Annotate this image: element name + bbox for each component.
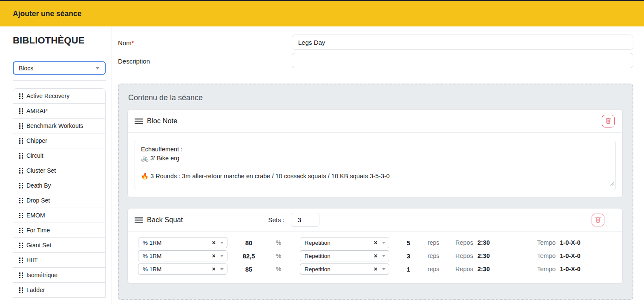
- grip-vertical-icon: [19, 228, 23, 233]
- delete-block-button[interactable]: [592, 214, 604, 226]
- chevron-down-icon: [220, 268, 224, 270]
- reps-value: 5: [389, 239, 428, 246]
- tempo-value: 1-0-X-0: [560, 239, 581, 246]
- list-item-emom[interactable]: EMOM: [13, 208, 106, 223]
- list-item-chipper[interactable]: Chipper: [13, 133, 106, 148]
- session-form: Nom* Description Contenu de la séance Bl…: [112, 26, 644, 304]
- trash-icon: [595, 217, 601, 223]
- list-item-label: Giant Set: [26, 242, 51, 249]
- drag-handle-icon[interactable]: [135, 217, 143, 223]
- list-item-label: Active Recovery: [26, 93, 69, 99]
- sidebar-divider: [13, 80, 106, 81]
- list-item-hiit[interactable]: HIIT: [13, 252, 106, 268]
- load-unit: %: [270, 252, 287, 259]
- sidebar-title: BIBLIOTHÈQUE: [13, 35, 106, 46]
- rep-type-select[interactable]: Repetition ×: [300, 250, 389, 261]
- blocs-select[interactable]: Blocs: [13, 61, 106, 75]
- list-item-ladder[interactable]: Ladder: [13, 282, 106, 298]
- list-item-label: Circuit: [26, 152, 43, 159]
- list-item-amrap[interactable]: AMRAP: [13, 103, 106, 119]
- grip-vertical-icon: [19, 272, 23, 278]
- chevron-down-icon: [382, 268, 385, 270]
- set-row: % 1RM × 85 % Repetition × 1: [138, 263, 612, 275]
- set-row: % 1RM × 82,5 % Repetition × 3: [138, 250, 612, 261]
- load-type-select[interactable]: % 1RM ×: [138, 250, 227, 261]
- rep-type-select[interactable]: Repetition ×: [300, 237, 389, 248]
- block-title: Bloc Note: [147, 117, 178, 125]
- description-label: Description: [118, 57, 292, 65]
- form-divider: [118, 76, 633, 76]
- reps-label: reps: [428, 252, 451, 259]
- rep-type-value: Repetition: [305, 266, 331, 272]
- description-input[interactable]: [292, 53, 633, 68]
- clear-icon[interactable]: ×: [374, 253, 377, 259]
- content-title: Contenu de la séance: [128, 93, 623, 102]
- reps-label: reps: [428, 266, 451, 272]
- list-item-label: Drop Set: [26, 197, 50, 204]
- list-item-cluster-set[interactable]: Cluster Set: [13, 163, 106, 178]
- sets-input[interactable]: [291, 213, 319, 227]
- grip-vertical-icon: [19, 243, 23, 248]
- tempo-cell: Tempo1-0-X-0: [513, 239, 612, 246]
- list-item-for-time[interactable]: For Time: [13, 223, 106, 238]
- grip-vertical-icon: [19, 93, 23, 99]
- load-unit: %: [270, 266, 287, 272]
- session-content-dropzone[interactable]: Contenu de la séance Bloc Note Echauffem…: [118, 84, 633, 300]
- list-item-circuit[interactable]: Circuit: [13, 148, 106, 163]
- list-item-giant-set[interactable]: Giant Set: [13, 237, 106, 253]
- load-unit: %: [270, 239, 287, 246]
- list-item-active-recovery[interactable]: Active Recovery: [13, 88, 106, 104]
- rest-cell: Repos2:30: [451, 252, 513, 259]
- list-item-label: HIIT: [26, 257, 37, 263]
- name-label: Nom*: [118, 38, 292, 46]
- clear-icon[interactable]: ×: [374, 266, 377, 272]
- note-textarea[interactable]: Echauffement : 🚲 3' Bike erg 🔥 3 Rounds …: [135, 141, 616, 190]
- tempo-cell: Tempo1-0-X-0: [513, 266, 612, 272]
- exercise-title: Back Squat: [147, 216, 183, 224]
- list-item-benchmark-workouts[interactable]: Benchmark Workouts: [13, 118, 106, 133]
- name-input[interactable]: [292, 35, 633, 50]
- rest-value: 2:30: [477, 252, 490, 259]
- list-item-label: Cluster Set: [26, 167, 56, 174]
- load-type-select[interactable]: % 1RM ×: [138, 263, 227, 275]
- resize-handle-icon[interactable]: [610, 180, 614, 188]
- delete-block-button[interactable]: [602, 115, 615, 127]
- grip-vertical-icon: [19, 183, 23, 188]
- grip-vertical-icon: [19, 258, 23, 263]
- clear-icon[interactable]: ×: [212, 253, 216, 259]
- list-item-label: EMOM: [26, 212, 45, 219]
- list-item-drop-set[interactable]: Drop Set: [13, 193, 106, 208]
- trash-icon: [605, 118, 611, 124]
- list-item-label: For Time: [26, 227, 50, 234]
- tempo-cell: Tempo1-0-X-0: [513, 252, 612, 259]
- block-note-card: Bloc Note Echauffement : 🚲 3' Bike erg 🔥…: [127, 109, 623, 197]
- reps-value: 3: [389, 252, 428, 260]
- grip-vertical-icon: [19, 123, 23, 129]
- clear-icon[interactable]: ×: [212, 266, 216, 272]
- clear-icon[interactable]: ×: [212, 240, 216, 246]
- load-type-select[interactable]: % 1RM ×: [138, 237, 227, 248]
- sets-label: Sets :: [268, 216, 284, 223]
- modal-header: Ajouter une séance: [0, 0, 644, 26]
- list-item-death-by[interactable]: Death By: [13, 178, 106, 193]
- rep-type-select[interactable]: Repetition ×: [300, 263, 389, 275]
- chevron-down-icon: [220, 242, 224, 244]
- grip-vertical-icon: [19, 138, 23, 144]
- list-item-label: Ladder: [26, 287, 45, 293]
- list-item-label: Death By: [26, 182, 51, 189]
- grip-vertical-icon: [19, 108, 23, 114]
- rest-value: 2:30: [477, 239, 490, 246]
- load-type-value: % 1RM: [143, 240, 161, 246]
- load-value: 82,5: [227, 252, 270, 260]
- grip-vertical-icon: [19, 153, 23, 159]
- list-item-isometrique[interactable]: Isométrique: [13, 267, 106, 283]
- chevron-down-icon: [382, 242, 385, 244]
- grip-vertical-icon: [19, 198, 23, 203]
- blocs-list: Active Recovery AMRAP Benchmark Workouts…: [13, 88, 106, 298]
- drag-handle-icon[interactable]: [135, 118, 143, 124]
- required-asterisk: *: [132, 39, 134, 46]
- clear-icon[interactable]: ×: [374, 240, 377, 246]
- list-item-label: Benchmark Workouts: [26, 122, 83, 129]
- rest-cell: Repos2:30: [451, 266, 513, 272]
- rest-cell: Repos2:30: [451, 239, 513, 246]
